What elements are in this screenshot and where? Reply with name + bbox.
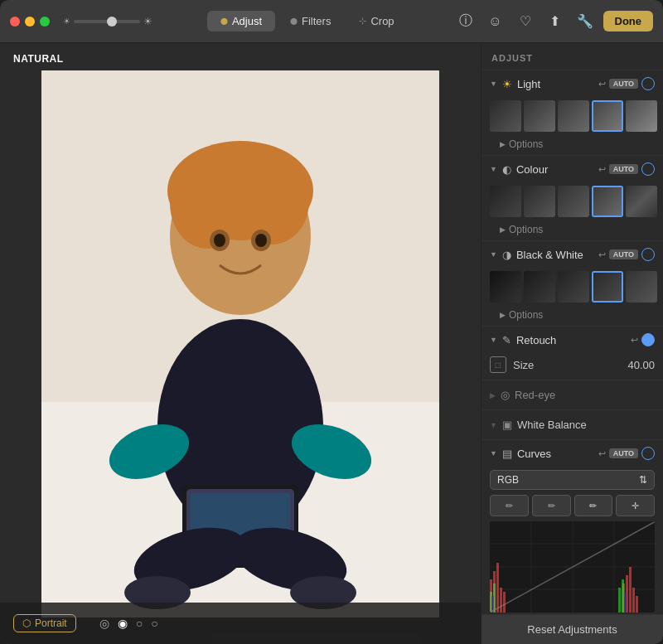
portrait-icon-1[interactable]: ◎: [99, 617, 109, 630]
thumb-item[interactable]: [626, 186, 657, 217]
thumb-item[interactable]: [626, 100, 657, 132]
photo-image: [41, 70, 439, 617]
filters-tab-label: Filters: [302, 15, 331, 27]
svg-point-11: [214, 234, 225, 247]
tab-crop[interactable]: ⊹ Crop: [346, 11, 407, 31]
wrench-icon: 🔧: [577, 13, 593, 29]
retouch-icon: ✎: [502, 334, 511, 346]
maximize-button[interactable]: [40, 17, 50, 27]
curves-icon: ▤: [502, 448, 512, 460]
svg-point-7: [170, 157, 244, 249]
colour-thumbnails: [482, 182, 663, 222]
section-retouch-header[interactable]: ▼ ✎ Retouch ↩: [482, 327, 663, 353]
section-light-header[interactable]: ▼ ☀ Light ↩ AUTO: [482, 70, 663, 97]
colour-options-chevron-icon: ▶: [500, 225, 506, 234]
thumb-item[interactable]: [558, 186, 589, 217]
retouch-toggle[interactable]: [641, 333, 655, 346]
portrait-label: Portrait: [35, 617, 67, 629]
light-options[interactable]: ▶ Options: [482, 137, 663, 155]
wrench-button[interactable]: 🔧: [573, 10, 597, 33]
thumb-item[interactable]: [558, 100, 589, 132]
section-curves-header[interactable]: ▼ ▤ Curves ↩ AUTO: [482, 440, 663, 467]
light-auto-button[interactable]: AUTO: [609, 79, 638, 89]
curves-graph[interactable]: [490, 521, 655, 613]
bw-undo-icon[interactable]: ↩: [598, 249, 606, 260]
tab-adjust[interactable]: ⬤ Adjust: [207, 11, 275, 31]
retouch-size-row: ⬚ Size 40.00: [482, 353, 663, 380]
thumb-item[interactable]: [524, 271, 555, 303]
svg-rect-41: [624, 592, 627, 613]
section-colour-header[interactable]: ▼ ◐ Colour ↩ AUTO: [482, 156, 663, 182]
thumb-item-selected[interactable]: [592, 100, 623, 132]
photo-bottom-bar: ⬡ Portrait ◎ ◉ ○ ○: [0, 603, 481, 644]
bottom-icons: ◎ ◉ ○ ○: [99, 617, 158, 630]
thumb-item-selected[interactable]: [592, 271, 623, 303]
brightness-max-icon: ☀: [143, 16, 152, 27]
adjust-tab-label: Adjust: [232, 15, 262, 27]
thumb-item[interactable]: [490, 100, 521, 132]
section-bw-header[interactable]: ▼ ◑ Black & White ↩ AUTO: [482, 241, 663, 268]
thumb-item[interactable]: [524, 186, 555, 217]
portrait-badge[interactable]: ⬡ Portrait: [13, 614, 76, 632]
tab-filters[interactable]: ⬤ Filters: [277, 11, 344, 31]
curves-auto-button[interactable]: AUTO: [609, 448, 638, 458]
thumb-item[interactable]: [558, 271, 589, 303]
done-button[interactable]: Done: [603, 11, 654, 31]
svg-rect-30: [503, 592, 506, 613]
close-button[interactable]: [10, 17, 20, 27]
curves-chevron-icon: ▼: [490, 449, 497, 458]
light-thumbnails: [482, 97, 663, 137]
curve-tool-3[interactable]: ✏: [574, 495, 613, 516]
curves-controls-header: ↩ AUTO: [598, 447, 655, 460]
info-button[interactable]: ⓘ: [454, 10, 477, 33]
portrait-icon-3[interactable]: ○: [136, 617, 143, 630]
section-retouch: ▼ ✎ Retouch ↩ ⬚ Size 40.00: [482, 327, 663, 380]
light-toggle[interactable]: [641, 77, 655, 90]
heart-button[interactable]: ♡: [514, 10, 537, 33]
colour-undo-icon[interactable]: ↩: [598, 164, 606, 175]
titlebar-right: ⓘ ☺ ♡ ⬆ 🔧 Done: [454, 10, 654, 33]
brightness-slider-thumb[interactable]: [107, 17, 117, 27]
section-redeye-header[interactable]: ▶ ◎ Red-eye: [482, 380, 663, 409]
portrait-icon-2[interactable]: ◉: [118, 617, 128, 630]
light-controls: ↩ AUTO: [598, 77, 655, 90]
colour-auto-button[interactable]: AUTO: [609, 164, 638, 174]
bw-toggle[interactable]: [641, 248, 655, 261]
curve-tool-1[interactable]: ✏: [490, 495, 529, 516]
retouch-size-value: 40.00: [627, 359, 655, 371]
light-options-label: Options: [509, 138, 543, 150]
section-blackwhite: ▼ ◑ Black & White ↩ AUTO: [482, 241, 663, 327]
thumb-item[interactable]: [490, 271, 521, 303]
section-wb-header[interactable]: ▼ ▣ White Balance: [482, 410, 663, 439]
colour-toggle[interactable]: [641, 162, 655, 176]
traffic-lights: [10, 17, 50, 27]
thumb-item[interactable]: [524, 100, 555, 132]
bw-controls: ↩ AUTO: [598, 248, 655, 261]
retouch-undo-icon[interactable]: ↩: [631, 335, 638, 346]
bw-auto-button[interactable]: AUTO: [609, 249, 638, 259]
share-button[interactable]: ⬆: [544, 10, 567, 33]
right-panel: ADJUST ▼ ☀ Light ↩ AUTO: [481, 43, 663, 644]
thumb-item[interactable]: [626, 271, 657, 303]
wb-icon: ▣: [502, 419, 512, 431]
smiley-button[interactable]: ☺: [484, 10, 507, 33]
light-undo-icon[interactable]: ↩: [598, 79, 606, 90]
bw-options[interactable]: ▶ Options: [482, 307, 663, 326]
curves-toggle[interactable]: [641, 447, 655, 460]
thumb-item[interactable]: [490, 186, 521, 217]
retouch-size-label: Size: [513, 359, 621, 371]
curves-tools: ✏ ✏ ✏ ✛: [490, 495, 655, 516]
portrait-icon-4[interactable]: ○: [151, 617, 157, 630]
svg-point-12: [255, 234, 267, 247]
colour-options[interactable]: ▶ Options: [482, 222, 663, 240]
colour-chevron-icon: ▼: [490, 165, 497, 173]
wb-chevron-icon: ▼: [490, 421, 497, 429]
curves-undo-icon[interactable]: ↩: [598, 448, 606, 459]
curve-tool-2[interactable]: ✏: [532, 495, 571, 516]
minimize-button[interactable]: [25, 17, 35, 27]
reset-adjustments-button[interactable]: Reset Adjustments: [482, 614, 663, 644]
thumb-item-selected[interactable]: [592, 186, 623, 217]
curves-channel-dropdown[interactable]: RGB ⇅: [490, 470, 655, 490]
retouch-size-icon: ⬚: [490, 356, 506, 373]
curve-tool-add[interactable]: ✛: [616, 495, 655, 516]
